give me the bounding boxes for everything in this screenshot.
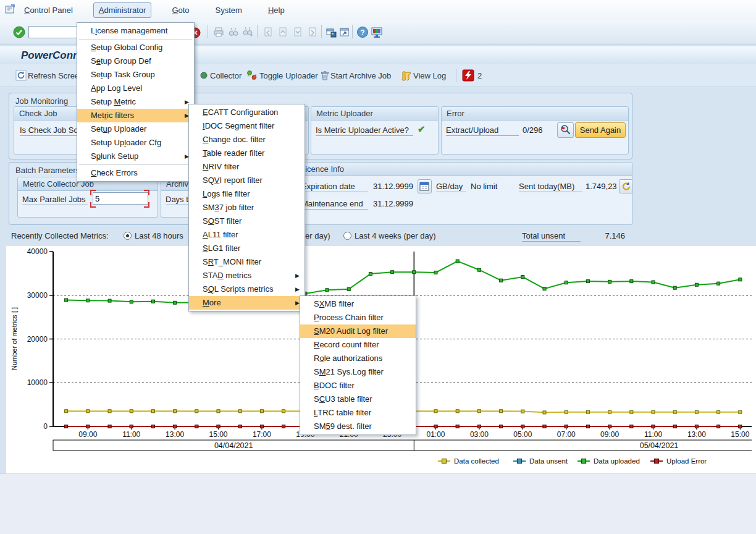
x-tick-label: 13:00 [166,430,184,439]
series-marker-upload-error [500,425,503,428]
menu-item-ltrc-table-filter[interactable]: LTRC table filter [300,406,416,420]
menu-item-sxmb-filter[interactable]: SXMB filter [300,297,416,311]
menu-item-setup-task-group[interactable]: Setup Task Group [77,68,194,82]
magnifier-icon[interactable] [557,122,574,138]
series-marker-data-collected [86,410,90,413]
menu-item-setup-metric[interactable]: Setup Metric▶ [77,95,194,109]
menu-item-license-management[interactable]: License management [77,24,194,38]
toggle-uploader-button[interactable]: Toggle Uploader [259,71,318,80]
collector-button[interactable]: Collector [210,71,242,80]
menu-item-setup-uploader-cfg[interactable]: Setup Uploader Cfg [77,136,194,150]
menu-item-change-doc-filter[interactable]: Change doc. filter [189,133,304,146]
start-archive-job-button[interactable]: Start Archive Job [330,71,391,80]
menu-item-stad-metrics[interactable]: STAD metrics▶ [189,269,304,282]
series-marker-data-collected [521,410,524,413]
first-page-icon[interactable] [262,26,274,38]
page-up-icon[interactable] [277,26,289,38]
series-marker-data-collected [130,410,133,413]
menu-item-check-errors[interactable]: Check Errors [77,166,194,180]
system-menu-icon[interactable] [4,4,17,16]
view-log-button[interactable]: View Log [413,71,446,80]
series-marker-upload-error [65,425,68,428]
customize-layout-icon[interactable] [371,26,383,38]
print-icon[interactable] [212,26,225,38]
radio-last-4-weeks[interactable] [343,232,351,240]
series-marker-data-collected [739,410,742,413]
menu-item-process-chain-filter[interactable]: Process Chain filter [300,311,416,324]
max-parallel-jobs-input[interactable] [93,192,148,205]
lightning-badge-icon[interactable] [462,69,474,82]
menu-item-sm20-audit-log-filter[interactable]: SM20 Audit Log filter [300,324,416,338]
badge-count: 2 [477,71,482,80]
last-page-icon[interactable] [306,26,319,38]
menu-item-logs-file-filter[interactable]: Logs file filter [189,187,304,201]
menu-item-setup-group-def[interactable]: Setup Group Def [77,54,194,68]
series-marker-data-collected [652,410,655,413]
menu-item-bdoc-filter[interactable]: BDOC filter [300,379,416,392]
menu-item-more[interactable]: More▶ [189,296,304,310]
menu-item-app-log-level[interactable]: App Log Level [77,82,194,95]
menubar-item-system[interactable]: System [210,2,248,18]
menu-item-sm59-dest-filter[interactable]: SM59 dest. filter [300,420,416,433]
menu-item-setup-uploader[interactable]: Setup Uploader [77,122,194,136]
series-marker-data-collected [217,410,220,413]
x-tick-label: 01:00 [427,430,445,439]
create-shortcut-icon[interactable] [338,26,351,38]
new-session-icon[interactable] [325,26,337,38]
help-icon[interactable]: ? [356,26,369,38]
menu-item-setup-global-config[interactable]: Setup Global Config [77,41,194,54]
group-title: Job Monitoring [15,96,68,106]
series-marker-upload-error [717,425,720,428]
menubar-item-administrator[interactable]: Administrator [93,2,152,18]
series-marker-data-uploaded [695,283,698,286]
refresh-screen-button[interactable]: Refresh Screen [28,71,83,80]
menu-item-sm21-sys-log-filter[interactable]: SM21 Sys.Log filter [300,365,416,379]
menu-item-idoc-segment-filter[interactable]: IDOC Segment filter [189,119,304,133]
find-icon[interactable] [227,26,240,38]
menu-item-splunk-setup[interactable]: Splunk Setup▶ [77,150,194,163]
menu-item-nriv-filter[interactable]: NRIV filter [189,160,304,174]
series-marker-data-collected [151,410,154,413]
menubar-item-help[interactable]: Help [262,2,290,18]
total-unsent-value: 7.146 [594,231,625,240]
find-next-icon[interactable] [242,26,254,38]
page-down-icon[interactable] [292,26,304,38]
series-marker-data-uploaded [673,286,676,289]
menu-item-sost-filter[interactable]: SOST filter [189,214,304,228]
menu-item-scu3-table-filter[interactable]: SCU3 table filter [300,392,416,406]
menu-item-sqvi-report-filter[interactable]: SQVI report filter [189,174,304,187]
series-marker-data-uploaded [369,273,372,276]
administrator-menu: License managementSetup Global ConfigSet… [77,22,195,182]
send-again-button[interactable]: Send Again [575,122,626,138]
menubar-item-goto[interactable]: Goto [166,2,195,18]
menu-item-slg1-filter[interactable]: SLG1 filter [189,242,304,255]
menu-item-record-count-filter[interactable]: Record count filter [300,338,416,352]
menu-item-sql-scripts-metrics[interactable]: SQL Scripts metrics▶ [189,282,304,296]
error-header: Error [442,107,628,121]
enter-icon[interactable] [13,26,25,38]
series-marker-data-uploaded [586,280,589,283]
series-marker-data-uploaded [652,281,655,284]
x-tick-label: 15:00 [209,430,228,439]
series-marker-data-uploaded [108,299,111,302]
menu-item-ecatt-configuration[interactable]: ECATT Configuration [189,106,304,119]
x-tick-label: 15:00 [731,430,749,439]
series-marker-data-uploaded [543,287,546,290]
menubar-item-control-panel[interactable]: Control Panel [19,2,78,18]
refresh-value-icon[interactable] [619,179,633,193]
focus-corner [90,202,96,208]
radio-last-48-hours[interactable] [124,232,132,240]
series-marker-upload-error [543,425,546,428]
scroll-log-icon [400,69,413,82]
x-tick-label: 17:00 [253,430,271,439]
menu-item-role-authorizations[interactable]: Role authorizations [300,352,416,365]
series-marker-data-uploaded [130,300,133,303]
menu-item-sm37-job-filter[interactable]: SM37 job filter [189,201,304,214]
menu-item-srt-moni-filter[interactable]: SRT_MONI filter [189,255,304,269]
menu-item-al11-filter[interactable]: AL11 filter [189,228,304,242]
calendar-icon[interactable] [418,179,432,193]
menu-item-metric-filters[interactable]: Metric filters▶ [77,109,194,122]
menu-item-table-reader-filter[interactable]: Table reader filter [189,146,304,160]
refresh-icon [15,69,27,82]
x-tick-label: 09:00 [78,430,97,439]
